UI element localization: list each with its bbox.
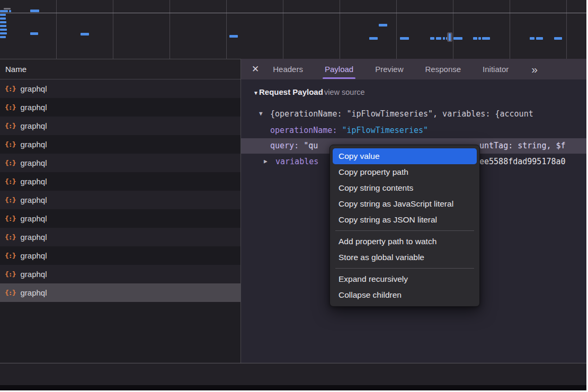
operation-name-row[interactable]: operationName: "ipFlowTimeseries" — [241, 124, 586, 137]
property-key: query: — [270, 141, 299, 150]
request-timing-bar — [482, 37, 490, 40]
request-timing-bar — [473, 37, 477, 40]
menu-item-copy-string-as-javascript-literal[interactable]: Copy string as JavaScript literal — [330, 196, 479, 212]
request-row[interactable]: {:}graphql — [0, 79, 240, 98]
overview-rule — [0, 13, 586, 13]
property-value: "ipFlowTimeseries" — [342, 126, 428, 135]
menu-item-copy-string-as-json-literal[interactable]: Copy string as JSON literal — [330, 212, 479, 228]
overview-gridline — [113, 0, 113, 59]
section-collapse-icon[interactable]: ▼ — [253, 90, 259, 96]
menu-separator — [335, 268, 474, 269]
json-braces-icon: {:} — [5, 215, 15, 222]
devtools-network-panel: Name ✕ HeadersPayloadPreviewResponseInit… — [0, 0, 586, 390]
request-timing-bar — [536, 37, 543, 40]
request-timing-bar — [229, 35, 238, 38]
request-timing-bar — [530, 37, 534, 40]
request-timing-bar — [478, 37, 481, 40]
request-name: graphql — [20, 177, 47, 186]
request-name: graphql — [20, 158, 47, 167]
menu-separator — [335, 230, 474, 231]
request-row[interactable]: {:}graphql — [0, 172, 240, 191]
request-row[interactable]: {:}graphql — [0, 98, 240, 117]
request-name: graphql — [20, 251, 47, 260]
request-timing-bar — [0, 29, 7, 31]
property-value-fragment: ee5588fdad995178a0 — [479, 155, 566, 168]
menu-item-collapse-children[interactable]: Collapse children — [330, 287, 479, 303]
request-name: graphql — [20, 140, 47, 149]
request-row[interactable]: {:}graphql — [0, 283, 240, 302]
request-timing-bar — [453, 37, 462, 40]
network-overview[interactable] — [0, 0, 586, 59]
request-row[interactable]: {:}graphql — [0, 154, 240, 172]
tab-headers[interactable]: Headers — [273, 59, 303, 79]
expander-down-icon[interactable]: ▼ — [259, 108, 263, 120]
property-key: variables — [275, 155, 318, 168]
overview-gridline — [226, 0, 227, 59]
summary-bar — [0, 363, 586, 385]
menu-item-expand-recursively[interactable]: Expand recursively — [330, 271, 479, 287]
section-title: Request Payload — [259, 87, 323, 96]
overview-gridline — [340, 0, 340, 59]
json-braces-icon: {:} — [5, 177, 15, 185]
request-timing-bar — [400, 37, 409, 40]
close-icon[interactable]: ✕ — [252, 64, 259, 75]
request-row[interactable]: {:}graphql — [0, 135, 240, 154]
view-source-link[interactable]: view source — [324, 88, 365, 96]
property-value-start: "qu — [304, 141, 318, 150]
request-timing-bar — [81, 33, 89, 35]
request-name: graphql — [20, 233, 47, 242]
request-list-empty-area — [0, 302, 240, 363]
request-timing-bar — [0, 10, 8, 12]
more-tabs-icon[interactable]: » — [531, 64, 538, 75]
menu-item-add-property-path-to-watch[interactable]: Add property path to watch — [330, 234, 479, 250]
json-braces-icon: {:} — [5, 252, 15, 260]
request-timing-bar — [0, 14, 6, 16]
request-timing-bar — [4, 8, 11, 10]
tab-list: HeadersPayloadPreviewResponseInitiator — [273, 59, 530, 79]
json-braces-icon: {:} — [5, 85, 15, 93]
json-braces-icon: {:} — [5, 159, 15, 167]
json-braces-icon: {:} — [5, 233, 15, 241]
name-column-header[interactable]: Name — [0, 59, 240, 79]
request-timing-bar — [0, 21, 6, 23]
request-timing-bar — [30, 32, 38, 35]
expander-right-icon[interactable]: ▶ — [264, 155, 268, 168]
overview-gridline — [396, 0, 397, 59]
overview-gridline — [453, 0, 453, 59]
menu-item-store-as-global-variable[interactable]: Store as global variable — [330, 250, 479, 265]
detail-tab-strip: ✕ HeadersPayloadPreviewResponseInitiator… — [241, 59, 586, 79]
request-timing-bar — [436, 37, 441, 40]
request-name: graphql — [20, 103, 47, 112]
request-row[interactable]: {:}graphql — [0, 265, 240, 283]
property-key: operationName: — [270, 126, 337, 135]
payload-preview-text: {operationName: "ipFlowTimeseries", vari… — [270, 108, 533, 120]
request-timing-bar — [443, 37, 445, 40]
request-row[interactable]: {:}graphql — [0, 228, 240, 246]
tab-preview[interactable]: Preview — [375, 59, 403, 79]
tab-initiator[interactable]: Initiator — [483, 59, 509, 79]
json-braces-icon: {:} — [5, 196, 15, 204]
overview-gridline — [283, 0, 283, 59]
tab-payload[interactable]: Payload — [325, 59, 353, 79]
menu-item-copy-string-contents[interactable]: Copy string contents — [330, 180, 479, 196]
request-row[interactable]: {:}graphql — [0, 117, 240, 135]
request-row[interactable]: {:}graphql — [0, 191, 240, 209]
request-timing-bar — [9, 10, 11, 12]
bottom-edge — [0, 385, 586, 390]
request-timing-bar — [30, 10, 39, 12]
request-name: graphql — [20, 84, 47, 93]
request-row[interactable]: {:}graphql — [0, 209, 240, 228]
overview-gridline — [510, 0, 510, 59]
request-timing-bar — [430, 37, 434, 40]
property-value-fragment: untTag: string, $f — [479, 139, 566, 152]
request-timing-bar — [554, 37, 562, 40]
json-braces-icon: {:} — [5, 103, 15, 111]
request-row[interactable]: {:}graphql — [0, 246, 240, 265]
tab-response[interactable]: Response — [425, 59, 461, 79]
request-name: graphql — [20, 195, 47, 204]
menu-item-copy-value[interactable]: Copy value — [333, 148, 477, 164]
payload-preview-row[interactable]: ▼ {operationName: "ipFlowTimeseries", va… — [241, 108, 586, 120]
request-timing-bar — [0, 25, 6, 27]
menu-item-copy-property-path[interactable]: Copy property path — [330, 164, 479, 180]
json-braces-icon: {:} — [5, 140, 15, 148]
